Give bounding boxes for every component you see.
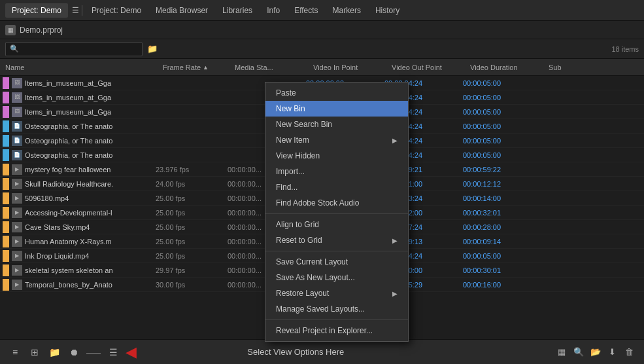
col-header-videoout[interactable]: Video Out Point xyxy=(392,64,470,71)
duration-cell: 00:00:05:00 xyxy=(463,151,541,159)
list-view-btn[interactable]: ≡ xyxy=(8,345,22,359)
breadcrumb-folder-icon: ▦ xyxy=(5,25,16,35)
nav-effects[interactable]: Effects xyxy=(288,3,324,18)
context-menu-item-view-hidden[interactable]: View Hidden xyxy=(265,148,408,164)
col-header-sub[interactable]: Sub xyxy=(549,64,575,71)
frame-rate-cell: 25.00 fps xyxy=(156,194,228,202)
context-menu-item-find[interactable]: Find... xyxy=(265,179,408,195)
ctx-item-label: Reveal Project in Explorer... xyxy=(276,326,373,335)
context-menu-item-paste[interactable]: Paste xyxy=(265,85,408,101)
search-icon: 🔍 xyxy=(10,45,19,53)
file-name: Items_in_museum_at_Gga xyxy=(25,94,156,101)
grid-view-btn[interactable]: ⊞ xyxy=(27,345,42,359)
context-menu-item-new-search-bin[interactable]: New Search Bin xyxy=(265,117,408,132)
breadcrumb-bar: ▦ Demo.prproj xyxy=(0,21,644,39)
select-view-text: Select View Options Here xyxy=(247,347,344,357)
context-menu-separator xyxy=(265,319,408,320)
context-menu-item-import[interactable]: Import... xyxy=(265,164,408,179)
duration-cell: 00:00:05:00 xyxy=(463,137,541,145)
context-menu-item-new-item[interactable]: New Item▶ xyxy=(265,132,408,148)
nav-media-browser[interactable]: Media Browser xyxy=(149,3,214,18)
ctx-item-label: Restore Layout xyxy=(276,289,329,298)
duration-cell: 00:00:30:01 xyxy=(463,266,541,274)
slider-btn[interactable]: —— xyxy=(86,345,101,359)
nav-project-demo[interactable]: Project: Demo xyxy=(5,3,68,18)
bottom-folder-icon[interactable]: 📂 xyxy=(589,346,602,359)
record-btn[interactable]: ⏺ xyxy=(67,345,81,359)
new-folder-icon-btn[interactable]: 📁 xyxy=(145,42,160,56)
color-swatch xyxy=(3,135,9,147)
frame-rate-cell: 25.00 fps xyxy=(156,223,228,231)
color-swatch xyxy=(3,106,9,118)
file-name: Items_in_museum_at_Gga xyxy=(25,108,156,116)
file-thumb: ▶ xyxy=(12,251,22,261)
timeline-icon[interactable]: ▦ xyxy=(555,346,568,359)
context-menu-item-align-to-grid[interactable]: Align to Grid xyxy=(265,217,408,232)
folder-btn[interactable]: 📁 xyxy=(47,345,61,359)
nav-libraries[interactable]: Libraries xyxy=(216,3,259,18)
file-name: Human Anatomy X-Rays.m xyxy=(25,238,156,246)
context-menu-item-reset-to-grid[interactable]: Reset to Grid▶ xyxy=(265,232,408,248)
duration-cell: 00:00:28:00 xyxy=(463,223,541,231)
file-thumb: ▶ xyxy=(12,280,22,290)
file-thumb: ▶ xyxy=(12,222,22,232)
context-menu-item-find-adobe-stock-audio[interactable]: Find Adobe Stock Audio xyxy=(265,195,408,211)
color-swatch xyxy=(3,120,9,132)
right-toolbar-icons: ▦ 🔍 📂 ⬇ 🗑 xyxy=(555,346,636,359)
color-swatch xyxy=(3,207,9,219)
col-header-mediastart[interactable]: Media Sta... xyxy=(235,64,313,71)
nav-info[interactable]: Info xyxy=(260,3,286,18)
col-header-framerate[interactable]: Frame Rate ▲ xyxy=(163,64,235,71)
file-thumb: 🖼 xyxy=(12,78,22,88)
arrow-icon: ◀ xyxy=(126,344,137,361)
color-swatch xyxy=(3,164,9,175)
search-input[interactable] xyxy=(22,45,138,53)
nav-markers[interactable]: Markers xyxy=(326,3,367,18)
context-menu-item-new-bin[interactable]: New Bin xyxy=(265,101,408,117)
color-swatch xyxy=(3,264,9,276)
context-menu-item-manage-saved-layouts[interactable]: Manage Saved Layouts... xyxy=(265,301,408,317)
file-name: Osteographia, or The anato xyxy=(25,122,156,130)
hamburger-icon[interactable]: ☰ xyxy=(72,6,79,15)
file-thumb: ▶ xyxy=(12,179,22,189)
duration-cell: 00:00:05:00 xyxy=(463,94,541,101)
col-header-name[interactable]: Name xyxy=(3,64,163,71)
menu-btn[interactable]: ☰ xyxy=(106,345,120,359)
nav-history[interactable]: History xyxy=(369,3,406,18)
ctx-item-label: Find Adobe Stock Audio xyxy=(276,198,359,208)
duration-cell: 00:00:09:14 xyxy=(463,238,541,246)
file-thumb: 📄 xyxy=(12,150,22,160)
frame-rate-cell: 25.00 fps xyxy=(156,252,228,260)
context-menu-separator xyxy=(265,251,408,251)
file-name: Temporal_bones_by_Anato xyxy=(25,281,156,289)
file-thumb: 🖼 xyxy=(12,92,22,103)
color-swatch xyxy=(3,77,9,89)
color-swatch xyxy=(3,221,9,233)
ctx-item-label: View Hidden xyxy=(276,151,320,160)
bottom-import-icon[interactable]: ⬇ xyxy=(606,346,619,359)
duration-cell: 00:00:05:00 xyxy=(463,79,541,87)
ctx-arrow-icon: ▶ xyxy=(392,237,398,244)
sort-arrow-icon: ▲ xyxy=(203,64,209,71)
nav-project-demo2[interactable]: Project: Demo xyxy=(85,3,148,18)
color-swatch xyxy=(3,250,9,262)
duration-cell: 00:00:12:12 xyxy=(463,180,541,188)
duration-cell: 00:00:05:00 xyxy=(463,122,541,130)
column-headers: Name Frame Rate ▲ Media Sta... Video In … xyxy=(0,59,644,76)
frame-rate-cell: 24.00 fps xyxy=(156,180,228,188)
search-box[interactable]: 🔍 xyxy=(5,42,143,56)
ctx-item-label: New Search Bin xyxy=(276,120,332,129)
file-name: Cave Stars Sky.mp4 xyxy=(25,223,156,231)
bottom-delete-icon[interactable]: 🗑 xyxy=(623,346,636,359)
context-menu-item-reveal-project-in-explorer[interactable]: Reveal Project in Explorer... xyxy=(265,323,408,338)
context-menu-item-restore-layout[interactable]: Restore Layout▶ xyxy=(265,285,408,301)
ctx-item-label: Save Current Layout xyxy=(276,257,348,266)
col-header-duration[interactable]: Video Duration xyxy=(470,64,549,71)
ctx-item-label: New Bin xyxy=(276,104,305,113)
context-menu-item-save-current-layout[interactable]: Save Current Layout xyxy=(265,254,408,270)
context-menu-item-save-as-new-layout[interactable]: Save As New Layout... xyxy=(265,270,408,285)
items-count: 18 items xyxy=(611,45,639,53)
bottom-search-icon[interactable]: 🔍 xyxy=(572,346,585,359)
ctx-item-label: Find... xyxy=(276,183,297,192)
col-header-videoin[interactable]: Video In Point xyxy=(313,64,392,71)
